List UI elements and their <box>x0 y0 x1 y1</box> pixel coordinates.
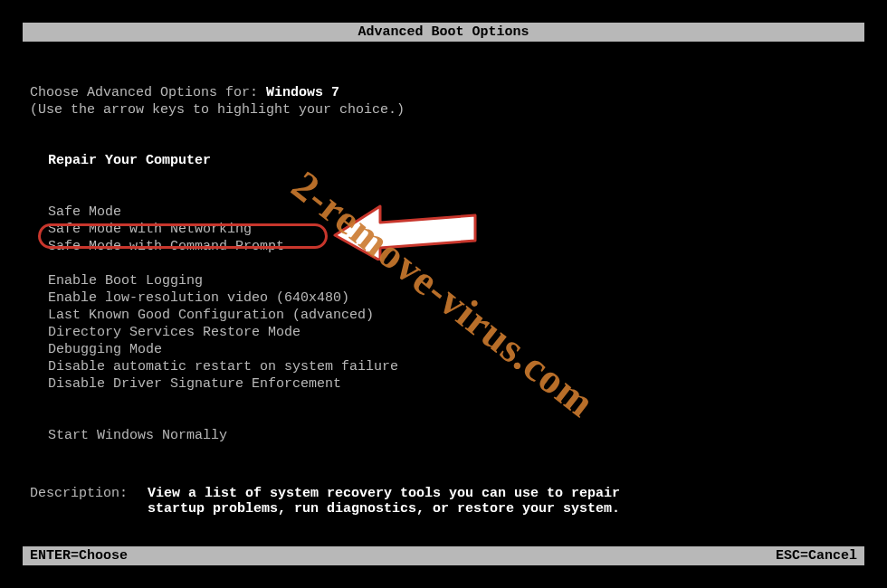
menu-item-disable-restart[interactable]: Disable automatic restart on system fail… <box>48 358 857 375</box>
os-name: Windows 7 <box>266 85 339 100</box>
footer-esc: ESC=Cancel <box>776 548 857 564</box>
menu-item-boot-logging[interactable]: Enable Boot Logging <box>48 272 857 289</box>
content-area: Choose Advanced Options for: Windows 7 (… <box>23 42 864 526</box>
boot-menu: Repair Your Computer Safe Mode Safe Mode… <box>30 152 857 444</box>
title-bar: Advanced Boot Options <box>23 23 864 42</box>
menu-item-directory-services[interactable]: Directory Services Restore Mode <box>48 324 857 341</box>
menu-item-low-res[interactable]: Enable low-resolution video (640x480) <box>48 289 857 307</box>
footer-bar: ENTER=Choose ESC=Cancel <box>23 546 864 565</box>
description-line1: View a list of system recovery tools you… <box>148 486 620 501</box>
description-block: Description: View a list of system recov… <box>30 486 857 517</box>
prompt-label: Choose Advanced Options for: <box>30 85 266 100</box>
footer-enter: ENTER=Choose <box>30 548 128 564</box>
window-title: Advanced Boot Options <box>358 24 529 40</box>
prompt-line: Choose Advanced Options for: Windows 7 <box>30 85 857 100</box>
menu-item-safe-mode[interactable]: Safe Mode <box>48 204 857 221</box>
description-line2: startup problems, run diagnostics, or re… <box>148 501 620 517</box>
menu-item-disable-driver-sig[interactable]: Disable Driver Signature Enforcement <box>48 375 857 393</box>
menu-item-last-known-good[interactable]: Last Known Good Configuration (advanced) <box>48 307 857 324</box>
menu-item-safe-mode-networking[interactable]: Safe Mode with Networking <box>48 221 857 238</box>
menu-item-repair[interactable]: Repair Your Computer <box>48 152 857 169</box>
menu-item-start-normally[interactable]: Start Windows Normally <box>48 427 857 444</box>
description-text: View a list of system recovery tools you… <box>148 486 620 517</box>
menu-item-debugging[interactable]: Debugging Mode <box>48 341 857 358</box>
instruction-text: (Use the arrow keys to highlight your ch… <box>30 102 857 118</box>
menu-item-safe-mode-cmd[interactable]: Safe Mode with Command Prompt <box>48 238 857 255</box>
boot-screen: Advanced Boot Options Choose Advanced Op… <box>23 23 864 565</box>
description-label: Description: <box>30 486 148 517</box>
